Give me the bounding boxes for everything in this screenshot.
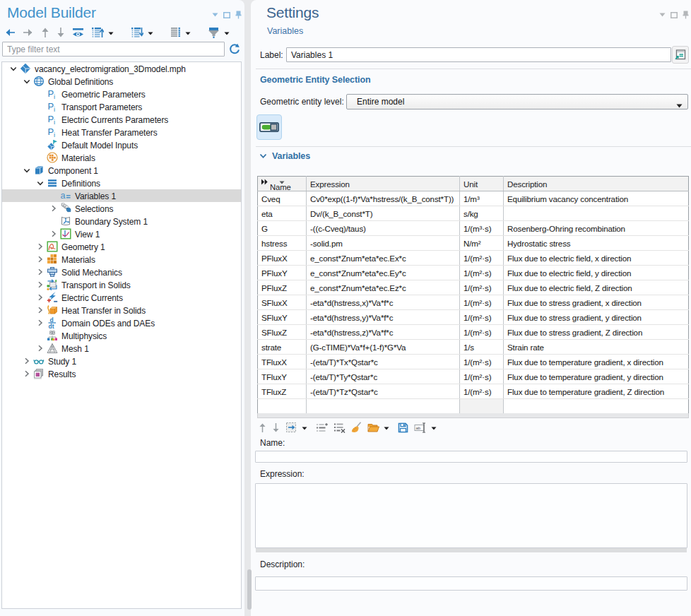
cell-expression[interactable]: (G-cTIME)*Va*f+(1-f)*G*Va	[307, 340, 460, 355]
tree-expanded-chevron-icon[interactable]	[6, 62, 20, 75]
tree-item-selections[interactable]: Selections	[2, 202, 241, 215]
variables-section-chevron-icon[interactable]	[259, 151, 267, 161]
cell-expression[interactable]	[307, 399, 460, 414]
pin-icon[interactable]	[683, 11, 689, 19]
tree-item-global-definitions[interactable]: Global Definitions	[2, 75, 241, 88]
move-to-button[interactable]	[285, 421, 308, 434]
cell-unit[interactable]	[460, 399, 504, 414]
cell-expression[interactable]: -eta*d(hstress,x)*Va*f*c	[307, 295, 460, 310]
cell-name[interactable]: SFluxY	[258, 310, 307, 325]
filter-funnel-button[interactable]	[207, 26, 230, 39]
cell-expression[interactable]: -(eta/T)*Ty*Qstar*c	[307, 369, 460, 384]
move-down-arrow-button[interactable]	[56, 26, 66, 39]
cell-description[interactable]: Flux due to electric field, y direction	[504, 266, 689, 280]
cell-unit[interactable]: 1/s	[460, 340, 504, 355]
tree-item-multiphysics[interactable]: Multiphysics	[2, 329, 241, 342]
cell-description[interactable]: Flux due to stress gradient, Z direction	[504, 325, 689, 340]
cell-description[interactable]: Rosenberg-Ohring recombination	[504, 221, 689, 236]
tree-collapsed-chevron-icon[interactable]	[20, 355, 33, 367]
tree-expanded-chevron-icon[interactable]	[20, 75, 33, 88]
cell-unit[interactable]: 1/(m²·s)	[460, 369, 504, 384]
tree-item-electric-currents[interactable]: Electric Currents	[2, 291, 241, 304]
save-file-button[interactable]	[397, 422, 409, 434]
cell-unit[interactable]: 1/(m³·s)	[460, 221, 504, 236]
tree-expanded-chevron-icon[interactable]	[33, 177, 47, 189]
cell-name[interactable]: hstress	[258, 236, 307, 251]
tree-item-mesh-1[interactable]: Mesh 1	[2, 342, 241, 355]
tree-item-study-1[interactable]: Study 1	[2, 355, 241, 367]
cell-expression[interactable]: e_const*Znum*eta*ec.Ez*c	[307, 280, 460, 295]
cell-unit[interactable]: 1/(m²·s)	[460, 310, 504, 325]
cell-name[interactable]: G	[258, 221, 307, 236]
tree-collapsed-chevron-icon[interactable]	[33, 278, 47, 291]
row-down-arrow-button[interactable]	[271, 422, 280, 434]
tree-item-boundary-system-1[interactable]: Boundary System 1	[2, 215, 241, 227]
cell-name[interactable]	[258, 399, 307, 414]
tree-collapsed-chevron-icon[interactable]	[33, 266, 47, 278]
cell-unit[interactable]: 1/(m²·s)	[460, 384, 504, 399]
tree-item-materials[interactable]: Materials	[2, 253, 241, 266]
cell-unit[interactable]: 1/(m²·s)	[460, 251, 504, 266]
tree-collapsed-chevron-icon[interactable]	[33, 253, 47, 266]
cell-description[interactable]: Flux due to stress gradient, x direction	[504, 295, 689, 310]
tree-item-solid-mechanics[interactable]: Solid Mechanics	[2, 266, 241, 278]
settings-vertical-scrollbar-thumb[interactable]	[247, 569, 252, 610]
cell-unit[interactable]: 1/(m²·s)	[460, 325, 504, 340]
name-input[interactable]	[255, 451, 687, 463]
pin-icon[interactable]	[235, 11, 242, 19]
cell-description[interactable]: Flux due to stress gradient, y direction	[504, 310, 689, 325]
cell-name[interactable]: SFluxZ	[258, 325, 307, 340]
dropdown-triangle-icon[interactable]	[212, 12, 218, 18]
cell-name[interactable]: SFluxX	[258, 295, 307, 310]
cell-expression[interactable]: -(eta/T)*Tx*Qstar*c	[307, 355, 460, 369]
tree-item-vacancy-electromigration-3dmodel-mph[interactable]: vacancy_electromigration_3Dmodel.mph	[2, 62, 241, 75]
tree-item-heat-transfer-parameters[interactable]: PiHeat Transfer Parameters	[2, 126, 241, 138]
cell-name[interactable]: eta	[258, 206, 307, 221]
show-eye-button[interactable]	[71, 27, 85, 39]
cell-expression[interactable]: Dv/(k_B_const*T)	[307, 206, 460, 221]
tree-item-materials[interactable]: Materials	[2, 151, 241, 164]
collapse-list-up-button[interactable]	[90, 26, 114, 39]
cell-unit[interactable]: N/m²	[460, 236, 504, 251]
cell-expression[interactable]: -solid.pm	[307, 236, 460, 251]
cell-expression[interactable]: Cv0*exp((1-f)*Va*hstress/(k_B_const*T))	[307, 191, 460, 206]
description-input[interactable]	[255, 576, 687, 591]
tree-collapsed-chevron-icon[interactable]	[47, 227, 60, 240]
cell-description[interactable]: Equilibrium vacancy concentration	[504, 191, 689, 206]
expression-horizontal-scrollbar[interactable]	[256, 548, 687, 552]
active-toggle-button[interactable]	[256, 114, 282, 140]
cell-expression[interactable]: -(eta/T)*Tz*Qstar*c	[307, 384, 460, 399]
delete-row-button[interactable]	[333, 422, 346, 434]
tree-item-definitions[interactable]: Definitions	[2, 177, 241, 189]
geometric-entity-level-select[interactable]: Entire model	[346, 94, 688, 109]
model-tree-node-text-button[interactable]	[170, 26, 191, 39]
cell-description[interactable]: Flux due to electric field, x direction	[504, 251, 689, 266]
cell-description[interactable]: Strain rate	[504, 340, 689, 355]
tree-collapsed-chevron-icon[interactable]	[47, 202, 60, 215]
tree-item-heat-transfer-in-solids[interactable]: Heat Transfer in Solids	[2, 304, 241, 316]
expression-textarea[interactable]	[255, 483, 687, 548]
tree-collapsed-chevron-icon[interactable]	[33, 304, 47, 316]
cell-unit[interactable]: 1/(m²·s)	[460, 280, 504, 295]
dropdown-triangle-icon[interactable]	[659, 12, 666, 18]
tree-item-transport-parameters[interactable]: PiTransport Parameters	[2, 100, 241, 113]
tree-collapsed-chevron-icon[interactable]	[33, 316, 47, 329]
tree-item-variables-1[interactable]: aVariables 1	[2, 189, 241, 202]
add-row-button[interactable]	[315, 422, 329, 434]
back-arrow-button[interactable]	[4, 26, 16, 39]
cell-description[interactable]: Flux due to temperature gradient, x dire…	[504, 355, 689, 369]
tree-item-view-1[interactable]: View 1	[2, 227, 241, 240]
forward-arrow-button[interactable]	[22, 26, 35, 39]
cell-unit[interactable]: 1/(m²·s)	[460, 355, 504, 369]
clear-table-broom-button[interactable]	[350, 421, 362, 434]
float-window-icon[interactable]	[223, 12, 230, 18]
tree-expanded-chevron-icon[interactable]	[20, 164, 33, 177]
tree-item-component-1[interactable]: Component 1	[2, 164, 241, 177]
cell-expression[interactable]: -eta*d(hstress,y)*Va*f*c	[307, 310, 460, 325]
cell-unit[interactable]: 1/(m²·s)	[460, 295, 504, 310]
rename-field-button[interactable]: ab	[413, 422, 437, 434]
cell-description[interactable]: Hydrostatic stress	[504, 236, 689, 251]
cell-expression[interactable]: -eta*d(hstress,z)*Va*f*c	[307, 325, 460, 340]
cell-unit[interactable]: s/kg	[460, 206, 504, 221]
cell-name[interactable]: TFluxZ	[258, 384, 307, 399]
